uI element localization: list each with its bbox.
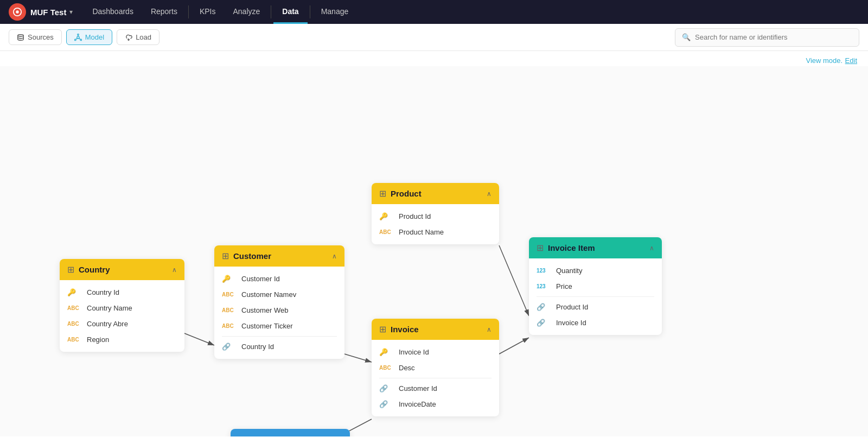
cloud-icon: [125, 34, 132, 41]
invoice-item-divider: [537, 296, 654, 297]
abc-icon-product-name: ABC: [379, 229, 393, 235]
product-card-title: Product: [391, 189, 422, 198]
invoice-item-card-title: Invoice Item: [548, 243, 595, 252]
svg-point-6: [80, 39, 82, 41]
product-card-body: 🔑 Product Id ABC Product Name: [372, 204, 499, 244]
svg-point-4: [77, 34, 79, 35]
invoice-date-card: ⊞ InvoiceDate: [231, 429, 350, 436]
product-chevron[interactable]: ∧: [487, 190, 492, 198]
svg-point-2: [18, 34, 24, 36]
customer-card-body: 🔑 Customer Id ABC Customer Namev ABC Cus…: [214, 267, 344, 359]
num-icon-price: 123: [537, 283, 551, 289]
abc-icon-country-abre: ABC: [67, 321, 81, 327]
customer-card: ⊞ Customer ∧ 🔑 Customer Id ABC Customer …: [214, 245, 344, 359]
nav-reports[interactable]: Reports: [142, 0, 186, 24]
invoice-item-card: ⊞ Invoice Item ∧ 123 Quantity 123 Price …: [529, 237, 662, 335]
invoice-grid-icon: ⊞: [379, 324, 386, 334]
product-field-id: 🔑 Product Id: [372, 208, 499, 224]
app-dropdown-icon[interactable]: ▾: [69, 8, 73, 16]
invoice-item-chevron[interactable]: ∧: [649, 244, 654, 252]
invoice-item-card-header: ⊞ Invoice Item ∧: [529, 237, 662, 258]
nav-data[interactable]: Data: [273, 0, 307, 24]
load-button[interactable]: Load: [117, 29, 159, 45]
customer-grid-icon: ⊞: [222, 251, 229, 261]
product-card-header: ⊞ Product ∧: [372, 183, 499, 204]
search-box: 🔍: [675, 28, 859, 47]
invoice-field-id: 🔑 Invoice Id: [372, 344, 499, 360]
customer-chevron[interactable]: ∧: [332, 252, 337, 260]
nav-divider-3: [310, 5, 310, 18]
invoice-date-card-title: InvoiceDate: [250, 435, 295, 436]
country-abre-label: Country Abre: [87, 320, 128, 328]
invoice-item-field-invoice-id: 🔗 Invoice Id: [529, 315, 662, 331]
search-icon: 🔍: [682, 33, 691, 41]
product-card: ⊞ Product ∧ 🔑 Product Id ABC Product Nam…: [372, 183, 499, 244]
key-icon-product-id: 🔑: [379, 212, 393, 220]
search-input[interactable]: [695, 33, 852, 41]
invoice-card-title: Invoice: [391, 325, 419, 334]
view-mode-text: View mode.: [806, 56, 843, 66]
invoice-field-date: 🔗 InvoiceDate: [372, 396, 499, 412]
key-icon-invoice-id: 🔑: [379, 348, 393, 356]
country-name-label: Country Name: [87, 304, 132, 312]
product-field-name: ABC Product Name: [372, 224, 499, 240]
nav-links: Dashboards Reports KPIs Analyze Data Man…: [84, 0, 357, 24]
country-id-label: Country Id: [87, 288, 119, 296]
load-label: Load: [136, 33, 151, 41]
customer-field-id: 🔑 Customer Id: [214, 271, 344, 287]
nav-kpis[interactable]: KPIs: [191, 0, 225, 24]
nav-analyze[interactable]: Analyze: [225, 0, 269, 24]
country-field-name: ABC Country Name: [60, 300, 184, 316]
country-region-label: Region: [87, 336, 109, 344]
invoice-id-label: Invoice Id: [399, 348, 429, 356]
country-card-body: 🔑 Country Id ABC Country Name ABC Countr…: [60, 280, 184, 352]
customer-ticker-label: Customer Ticker: [241, 322, 293, 330]
invoice-item-invoice-id-label: Invoice Id: [556, 319, 586, 327]
model-icon: [74, 34, 82, 41]
canvas: ⊞ Country ∧ 🔑 Country Id ABC Country Nam…: [0, 66, 868, 436]
invoice-card: ⊞ Invoice ∧ 🔑 Invoice Id ABC Desc 🔗 Cust…: [372, 319, 499, 416]
sources-button[interactable]: Sources: [9, 29, 62, 45]
nav-dashboards[interactable]: Dashboards: [84, 0, 142, 24]
invoice-card-header: ⊞ Invoice ∧: [372, 319, 499, 340]
abc-icon-country-name: ABC: [67, 305, 81, 311]
quantity-label: Quantity: [556, 267, 582, 275]
abc-icon-invoice-desc: ABC: [379, 365, 393, 371]
num-icon-quantity: 123: [537, 268, 551, 274]
key-icon-country-id: 🔑: [67, 288, 81, 296]
price-label: Price: [556, 282, 572, 290]
product-id-label: Product Id: [399, 212, 431, 220]
svg-point-5: [74, 39, 76, 41]
edit-button[interactable]: Edit: [845, 56, 857, 66]
country-field-region: ABC Region: [60, 332, 184, 347]
abc-icon-customer-namev: ABC: [222, 292, 236, 298]
view-mode-bar: View mode. Edit: [0, 51, 868, 66]
fk-icon-item-product: 🔗: [537, 303, 551, 311]
product-grid-icon: ⊞: [379, 188, 386, 199]
fk-icon-item-invoice: 🔗: [537, 319, 551, 327]
country-chevron[interactable]: ∧: [172, 266, 177, 274]
invoice-chevron[interactable]: ∧: [487, 326, 492, 333]
invoice-customer-id-label: Customer Id: [399, 384, 437, 393]
fk-icon-customer-country: 🔗: [222, 343, 236, 351]
nav-divider-1: [188, 5, 189, 18]
nav-manage[interactable]: Manage: [312, 0, 358, 24]
sources-label: Sources: [28, 33, 54, 41]
country-card-header: ⊞ Country ∧: [60, 259, 184, 280]
app-name: MUF Test: [30, 8, 66, 17]
invoice-item-field-price: 123 Price: [529, 279, 662, 294]
key-icon-customer-id: 🔑: [222, 275, 236, 283]
customer-web-label: Customer Web: [241, 306, 288, 314]
sub-nav: Sources Model Load 🔍: [0, 24, 868, 51]
customer-field-web: ABC Customer Web: [214, 302, 344, 318]
model-button[interactable]: Model: [66, 29, 112, 45]
invoice-card-body: 🔑 Invoice Id ABC Desc 🔗 Customer Id 🔗 In…: [372, 340, 499, 416]
svg-point-1: [16, 10, 18, 13]
invoice-item-grid-icon: ⊞: [537, 243, 544, 253]
invoice-item-field-quantity: 123 Quantity: [529, 263, 662, 279]
invoice-item-product-id-label: Product Id: [556, 303, 588, 311]
customer-card-header: ⊞ Customer ∧: [214, 245, 344, 267]
fk-icon-invoice-date: 🔗: [379, 400, 393, 408]
customer-divider: [222, 336, 337, 337]
customer-namev-label: Customer Namev: [241, 290, 296, 299]
